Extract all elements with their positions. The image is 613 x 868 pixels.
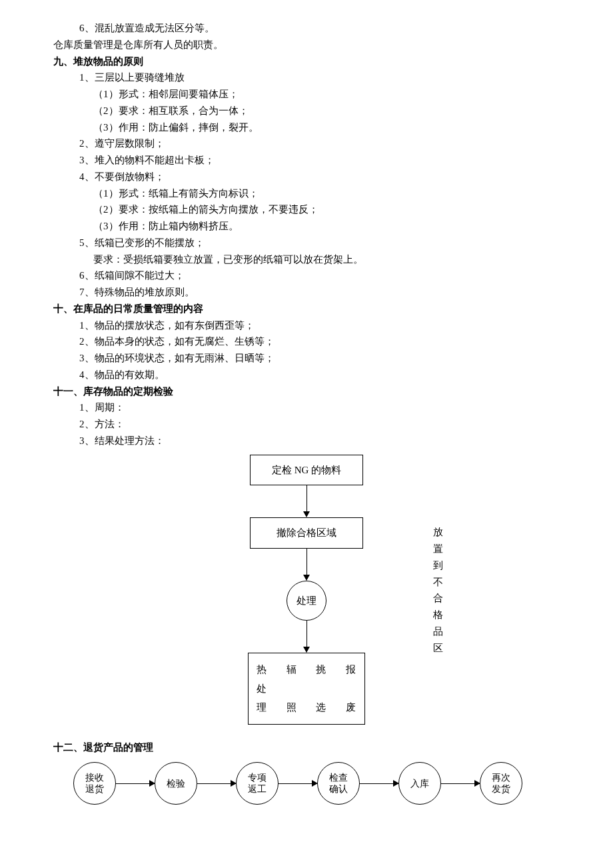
text-line: （3）作用：防止箱内物料挤压。 xyxy=(53,218,560,235)
text-line: （2）要求：按纸箱上的箭头方向摆放，不要违反； xyxy=(53,201,560,218)
text-line: 3、堆入的物料不能超出卡板； xyxy=(53,152,560,169)
text-line: 4、物品的有效期。 xyxy=(53,367,560,383)
arrow-right-icon xyxy=(116,783,155,784)
arrow-right-icon xyxy=(279,783,317,784)
flow-step-6: 再次发货 xyxy=(480,762,522,805)
flow-node-ng: 定检 NG 的物料 xyxy=(250,455,363,486)
flow-node-options: 热 辐 挑 报 处 理 照 选 废 xyxy=(248,653,365,725)
flow-step-4: 检查确认 xyxy=(317,762,360,805)
text-line: 3、物品的环境状态，如有无雨淋、日晒等； xyxy=(53,350,560,367)
text-line: 6、混乱放置造成无法区分等。 xyxy=(53,20,560,37)
flowchart-vertical: 定检 NG 的物料 撤除合格区域 放置到不合格品区 处理 热 辐 挑 报 处 理 xyxy=(173,455,440,725)
flow-node-process: 处理 xyxy=(287,581,326,621)
heading-9: 九、堆放物品的原则 xyxy=(53,53,560,70)
heading-11: 十一、库存物品的定期检验 xyxy=(53,383,560,400)
text-line: 仓库质量管理是仓库所有人员的职责。 xyxy=(53,37,560,53)
text-line: 1、三层以上要骑缝堆放 xyxy=(53,69,560,86)
text-line: 5、纸箱已变形的不能摆放； xyxy=(53,235,560,251)
text-line: 2、遵守层数限制； xyxy=(53,135,560,152)
text-line: 6、纸箱间隙不能过大； xyxy=(53,267,560,284)
heading-12: 十二、退货产品的管理 xyxy=(53,739,560,756)
text-line: （1）形式：纸箱上有箭头方向标识； xyxy=(53,185,560,202)
text-line: 1、周期： xyxy=(53,399,560,416)
arrow-right-icon xyxy=(197,783,236,784)
flow-step-3: 专项返工 xyxy=(236,762,279,805)
text-line: 4、不要倒放物料； xyxy=(53,169,560,185)
text-line: 3、结果处理方法： xyxy=(53,433,560,449)
text-line: （3）作用：防止偏斜，摔倒，裂开。 xyxy=(53,119,560,136)
arrow-right-icon xyxy=(441,783,480,784)
arrow-right-icon xyxy=(360,783,398,784)
text-line: 1、物品的摆放状态，如有东倒西歪等； xyxy=(53,317,560,334)
flow-step-5: 入库 xyxy=(398,762,441,805)
text-line: 7、特殊物品的堆放原则。 xyxy=(53,284,560,301)
text-line: （1）形式：相邻层间要箱体压； xyxy=(53,86,560,103)
flow-step-1: 接收退货 xyxy=(73,762,116,805)
flow-step-2: 检验 xyxy=(155,762,197,805)
text-line: （2）要求：相互联系，合为一体； xyxy=(53,103,560,119)
text-line: 2、物品本身的状态，如有无腐烂、生锈等； xyxy=(53,333,560,350)
flowchart-horizontal: 接收退货 检验 专项返工 检查确认 入库 再次发货 xyxy=(53,762,560,805)
flow-side-note: 放置到不合格品区 xyxy=(433,524,443,656)
flow-node-remove: 撤除合格区域 xyxy=(250,517,363,549)
text-line: 2、方法： xyxy=(53,416,560,433)
text-line: 要求：受损纸箱要独立放置，已变形的纸箱可以放在货架上。 xyxy=(53,251,560,268)
heading-10: 十、在库品的日常质量管理的内容 xyxy=(53,301,560,317)
